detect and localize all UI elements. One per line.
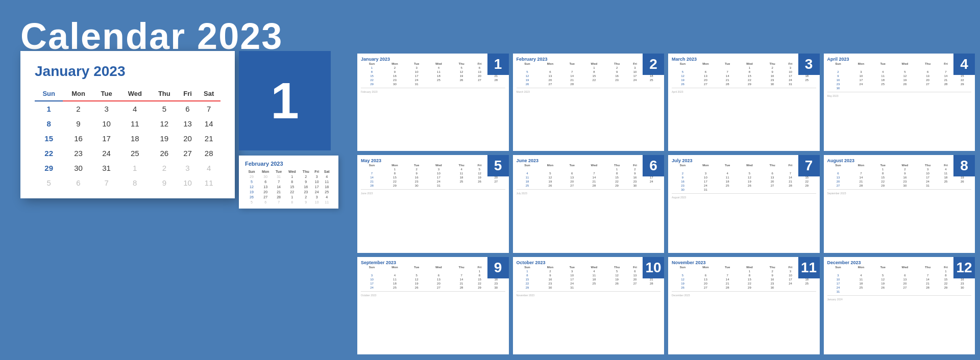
card-header-cell: Thu	[606, 163, 628, 167]
card-day-cell: 8	[873, 171, 893, 175]
month-card-number: 7	[798, 155, 820, 176]
large-cal-day: 28	[197, 146, 220, 161]
card-day-cell: 6	[694, 273, 718, 277]
feb-mini-day: 19	[245, 189, 258, 194]
card-day-cell: 27	[472, 78, 487, 82]
card-day-cell	[472, 82, 487, 86]
card-day-cell: 14	[849, 175, 873, 179]
next-month-label: December 2023	[672, 294, 816, 297]
month-card-title: March 2023	[672, 57, 816, 62]
feb-mini-day: 15	[285, 184, 300, 189]
card-header-cell: Tue	[407, 62, 427, 66]
card-day-cell: 7	[718, 70, 738, 74]
card-day-cell: 25	[427, 78, 451, 82]
next-month-label: January 2024	[827, 298, 972, 301]
card-day-cell	[783, 188, 798, 192]
fmh-thu: Thu	[300, 169, 312, 174]
large-cal-day: 2	[63, 101, 93, 116]
month-card: February 20232SunMonTueWedThuFriSat12345…	[513, 54, 665, 151]
card-day-cell: 21	[361, 179, 383, 184]
card-day-cell: 26	[672, 82, 694, 86]
card-day-cell: 12	[672, 277, 694, 281]
card-day-cell	[361, 269, 383, 273]
card-day-cell	[517, 66, 538, 70]
large-cal-day: 2	[151, 161, 178, 175]
card-day-cell: 9	[762, 70, 783, 74]
card-day-cell: 10	[562, 273, 582, 277]
header-fri: Fri	[178, 88, 198, 101]
large-cal-day: 29	[35, 161, 63, 175]
card-day-cell	[873, 86, 893, 90]
card-day-cell: 4	[718, 171, 738, 175]
card-day-cell: 6	[917, 70, 939, 74]
card-day-cell	[873, 66, 893, 70]
large-cal-day: 6	[178, 101, 198, 116]
card-header-cell: Thu	[762, 163, 783, 167]
card-day-cell: 29	[517, 286, 538, 290]
month-card-number: 12	[953, 257, 975, 278]
card-day-cell: 3	[849, 70, 873, 74]
card-day-cell: 13	[472, 70, 487, 74]
card-day-cell: 20	[562, 179, 582, 184]
card-day-cell: 25	[643, 78, 660, 82]
card-day-cell: 12	[738, 175, 762, 179]
card-day-cell: 1	[873, 167, 893, 171]
large-january-calendar: January 2023 Sun Mon Tue Wed Thu Fri Sat…	[20, 51, 235, 198]
card-day-cell: 3	[783, 66, 798, 70]
card-day-cell	[917, 290, 939, 294]
card-day-cell: 19	[606, 277, 628, 281]
month-card-title: September 2023	[361, 260, 505, 265]
card-day-cell: 31	[562, 286, 582, 290]
card-day-cell: 23	[627, 179, 642, 184]
card-day-cell	[718, 269, 738, 273]
card-day-cell: 20	[762, 179, 783, 184]
card-header-cell: Sun	[517, 163, 538, 167]
card-day-cell: 25	[517, 184, 538, 188]
card-day-cell: 17	[849, 78, 873, 82]
card-day-cell: 17	[407, 74, 427, 78]
month-number-box: 1	[239, 51, 331, 150]
large-cal-day: 22	[35, 146, 63, 161]
card-day-cell: 31	[783, 82, 798, 86]
next-month-label: July 2023	[517, 192, 661, 195]
card-day-cell: 14	[718, 277, 738, 281]
card-day-cell: 13	[627, 273, 642, 277]
card-day-cell: 4	[427, 66, 451, 70]
card-day-cell: 9	[407, 171, 427, 175]
card-day-cell	[849, 269, 873, 273]
card-day-cell	[487, 82, 505, 86]
card-day-cell: 12	[517, 74, 538, 78]
card-day-cell: 26	[672, 286, 694, 290]
feb-mini-day: 12	[245, 184, 258, 189]
card-day-cell: 29	[606, 184, 628, 188]
next-month-label: October 2023	[361, 294, 505, 297]
large-cal-day: 25	[119, 146, 151, 161]
card-day-cell: 16	[407, 175, 427, 179]
card-day-cell: 15	[517, 277, 538, 281]
card-day-cell: 23	[893, 179, 917, 184]
card-day-cell: 23	[538, 281, 562, 286]
feb-mini-day: 16	[300, 184, 312, 189]
card-day-cell: 22	[798, 179, 816, 184]
card-day-cell: 19	[672, 281, 694, 286]
card-divider	[672, 193, 816, 194]
card-day-cell: 5	[672, 70, 694, 74]
card-header-cell: Wed	[427, 265, 451, 269]
card-header-cell: Mon	[383, 163, 407, 167]
card-day-cell	[917, 86, 939, 90]
card-day-cell: 29	[938, 286, 953, 290]
card-day-cell	[849, 290, 873, 294]
card-day-cell: 24	[427, 179, 451, 184]
card-header-cell: Mon	[694, 62, 718, 66]
card-day-cell: 18	[582, 277, 606, 281]
next-month-label: April 2023	[672, 90, 816, 93]
fmh-sun: Sun	[245, 169, 258, 174]
card-day-cell	[738, 188, 762, 192]
card-header-cell: Sun	[827, 62, 849, 66]
feb-mini-day: 7	[273, 199, 284, 204]
card-header-cell: Mon	[694, 265, 718, 269]
card-day-cell	[953, 86, 971, 90]
card-day-cell: 29	[953, 82, 971, 86]
card-day-cell: 27	[627, 281, 642, 286]
card-day-cell: 22	[873, 179, 893, 184]
